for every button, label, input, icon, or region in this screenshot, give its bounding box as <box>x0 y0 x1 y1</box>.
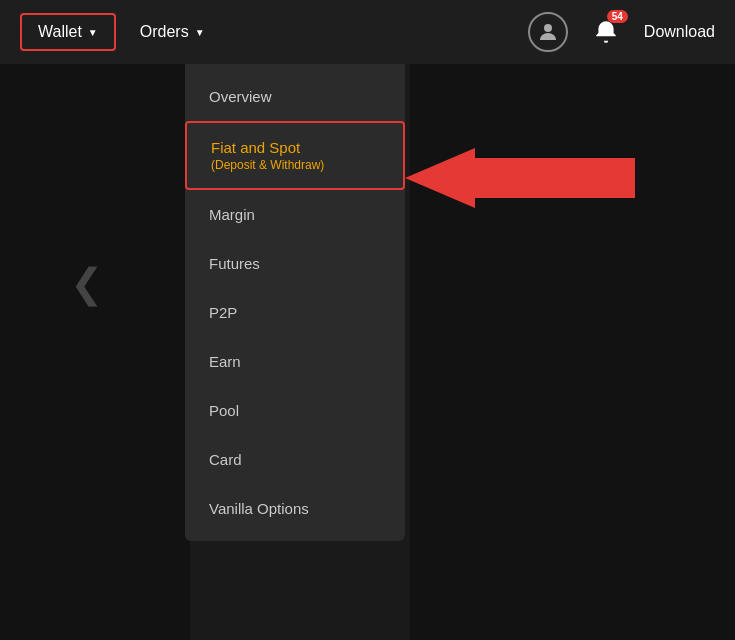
menu-item-pool[interactable]: Pool <box>185 386 405 435</box>
menu-item-label-card: Card <box>209 451 381 468</box>
menu-item-label-pool: Pool <box>209 402 381 419</box>
nav-left: Wallet ▼ Orders ▼ <box>20 13 221 51</box>
orders-label: Orders <box>140 23 189 41</box>
orders-button[interactable]: Orders ▼ <box>124 15 221 49</box>
menu-item-label-margin: Margin <box>209 206 381 223</box>
navbar: Wallet ▼ Orders ▼ 54 Download <box>0 0 735 64</box>
download-label: Download <box>644 23 715 40</box>
menu-item-p2p[interactable]: P2P <box>185 288 405 337</box>
bg-chevron-icon: ❮ <box>70 260 104 306</box>
menu-item-card[interactable]: Card <box>185 435 405 484</box>
menu-item-vanilla-options[interactable]: Vanilla Options <box>185 484 405 533</box>
bg-overlay-left <box>0 64 190 640</box>
svg-point-0 <box>544 24 552 32</box>
wallet-label: Wallet <box>38 23 82 41</box>
orders-chevron-icon: ▼ <box>195 27 205 38</box>
menu-item-label-overview: Overview <box>209 88 381 105</box>
menu-item-futures[interactable]: Futures <box>185 239 405 288</box>
arrow-annotation <box>405 148 635 212</box>
notification-button[interactable]: 54 <box>588 14 624 50</box>
svg-marker-1 <box>405 148 635 208</box>
menu-item-sub-fiat-spot: (Deposit & Withdraw) <box>211 158 379 172</box>
menu-item-fiat-spot[interactable]: Fiat and Spot(Deposit & Withdraw) <box>185 121 405 190</box>
menu-item-label-vanilla-options: Vanilla Options <box>209 500 381 517</box>
menu-item-overview[interactable]: Overview <box>185 72 405 121</box>
menu-item-label-futures: Futures <box>209 255 381 272</box>
nav-right: 54 Download <box>528 12 715 52</box>
wallet-chevron-icon: ▼ <box>88 27 98 38</box>
menu-item-earn[interactable]: Earn <box>185 337 405 386</box>
user-icon <box>536 20 560 44</box>
wallet-button[interactable]: Wallet ▼ <box>20 13 116 51</box>
avatar-button[interactable] <box>528 12 568 52</box>
download-button[interactable]: Download <box>644 23 715 41</box>
menu-item-label-fiat-spot: Fiat and Spot <box>211 139 379 156</box>
menu-item-margin[interactable]: Margin <box>185 190 405 239</box>
notification-badge: 54 <box>607 10 628 23</box>
wallet-dropdown: OverviewFiat and Spot(Deposit & Withdraw… <box>185 64 405 541</box>
menu-item-label-p2p: P2P <box>209 304 381 321</box>
menu-item-label-earn: Earn <box>209 353 381 370</box>
